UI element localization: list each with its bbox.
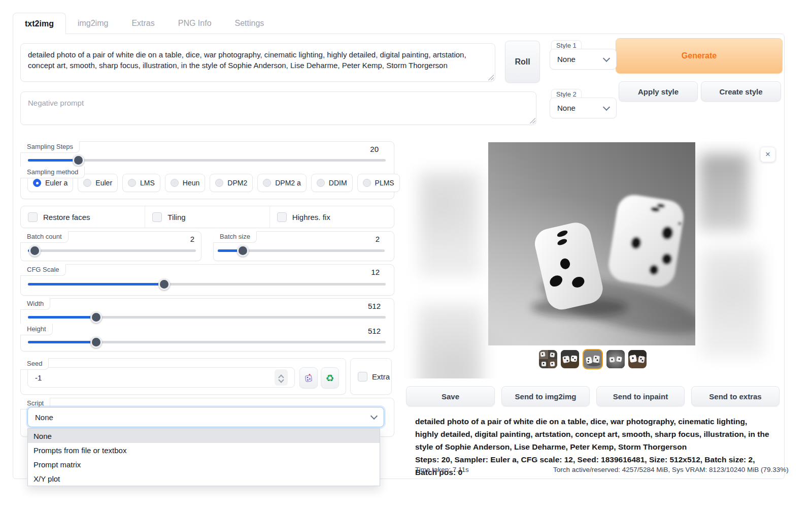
seed-stepper[interactable]	[275, 369, 288, 386]
generate-button[interactable]: Generate	[616, 38, 783, 74]
seed-input[interactable]	[27, 367, 295, 388]
radio-dpm2-a[interactable]: DPM2 a	[257, 174, 307, 192]
slider-track[interactable]	[28, 283, 386, 285]
restore-faces-checkbox[interactable]: Restore faces	[21, 206, 145, 228]
sampling-steps-label: Sampling Steps	[20, 141, 80, 153]
create-style-button[interactable]: Create style	[701, 81, 781, 102]
checkbox-icon	[358, 372, 367, 382]
tab-extras[interactable]: Extras	[120, 13, 166, 34]
slider-track[interactable]	[28, 316, 386, 319]
batch-size-value: 2	[376, 235, 380, 243]
extra-checkbox[interactable]: Extra	[351, 359, 391, 394]
tab-settings[interactable]: Settings	[223, 13, 276, 34]
blurred-gallery-backdrop	[419, 172, 481, 276]
height-value: 512	[368, 327, 381, 335]
slider-thumb[interactable]	[90, 336, 102, 348]
radio-dot	[317, 179, 325, 187]
blurred-gallery-backdrop	[699, 154, 749, 231]
radio-ddim[interactable]: DDIM	[311, 174, 353, 192]
slider-fill	[28, 316, 96, 319]
tab-img2img[interactable]: img2img	[66, 13, 120, 34]
radio-heun[interactable]: Heun	[165, 174, 205, 192]
radio-dot	[215, 179, 223, 187]
radio-dot	[128, 179, 136, 187]
tab-png-info[interactable]: PNG Info	[166, 13, 223, 34]
send-to-inpaint-button[interactable]: Send to inpaint	[596, 386, 685, 406]
width-slider[interactable]	[28, 311, 386, 323]
gallery-thumbnails	[539, 349, 647, 369]
toggles-panel: Restore faces Tiling Highres. fix	[20, 206, 394, 228]
chevron-down-icon	[603, 103, 610, 110]
height-label: Height	[20, 324, 53, 335]
prompt-input[interactable]: detailed photo of a pair of white die on…	[20, 43, 495, 82]
batch-size-panel: Batch size 2	[213, 231, 394, 261]
script-option-xy-plot[interactable]: X/Y plot	[28, 471, 380, 486]
negative-prompt-input[interactable]	[20, 91, 536, 125]
gallery-thumbnail-4[interactable]	[606, 350, 625, 368]
close-icon: ×	[765, 149, 770, 160]
sampling-steps-slider[interactable]	[28, 154, 386, 166]
script-option-none[interactable]: None	[28, 429, 380, 443]
batch-size-slider[interactable]	[218, 245, 385, 256]
slider-track[interactable]	[28, 249, 196, 252]
send-to-extras-button[interactable]: Send to extras	[691, 386, 780, 406]
time-taken-text: Time taken: 7.11s	[415, 466, 469, 473]
radio-dot	[263, 179, 271, 187]
radio-dot	[363, 179, 371, 187]
script-select[interactable]: None	[27, 407, 384, 427]
chevron-down-icon	[603, 54, 610, 61]
recycle-icon: ♻	[325, 373, 334, 383]
slider-thumb[interactable]	[90, 311, 102, 323]
tiling-checkbox[interactable]: Tiling	[145, 206, 269, 228]
gallery-thumbnail-5[interactable]	[628, 350, 647, 368]
reuse-seed-button[interactable]: ♻	[321, 367, 339, 389]
highres-fix-checkbox[interactable]: Highres. fix	[269, 206, 394, 228]
script-value: None	[35, 413, 53, 422]
send-to-img2img-button[interactable]: Send to img2img	[501, 386, 590, 406]
radio-lms[interactable]: LMS	[122, 174, 160, 192]
slider-fill	[28, 159, 78, 162]
slider-thumb[interactable]	[237, 245, 249, 257]
tab-txt2img[interactable]: txt2img	[13, 13, 66, 34]
dimensions-panel: Width 512 Height 512	[20, 298, 394, 352]
style1-select[interactable]: None	[550, 49, 617, 70]
height-slider[interactable]	[28, 336, 386, 347]
radio-plms[interactable]: PLMS	[357, 174, 400, 192]
radio-dot	[83, 179, 91, 187]
script-option-prompts-from-file[interactable]: Prompts from file or textbox	[28, 443, 380, 457]
cfg-scale-panel: CFG Scale 12	[20, 264, 394, 296]
script-option-prompt-matrix[interactable]: Prompt matrix	[28, 457, 380, 471]
gallery-thumbnail-1[interactable]	[539, 350, 557, 368]
slider-thumb[interactable]	[29, 245, 41, 257]
tab-bar: txt2img img2img Extras PNG Info Settings	[13, 13, 276, 34]
blurred-gallery-backdrop	[418, 304, 483, 378]
radio-dot	[171, 179, 179, 187]
result-gallery: ×	[403, 141, 782, 378]
txt2img-app: txt2img img2img Extras PNG Info Settings…	[0, 0, 812, 508]
sampling-panel: Sampling Steps 20 Sampling method Euler …	[20, 141, 394, 199]
width-value: 512	[368, 302, 381, 310]
checkbox-icon	[28, 212, 38, 222]
radio-dpm2[interactable]: DPM2	[210, 174, 253, 192]
generated-image[interactable]	[488, 142, 695, 345]
close-image-button[interactable]: ×	[760, 147, 775, 162]
slider-track[interactable]	[28, 341, 386, 343]
sampling-method-label: Sampling method	[20, 167, 85, 178]
gallery-thumbnail-2[interactable]	[561, 350, 579, 368]
slider-thumb[interactable]	[73, 154, 84, 166]
cfg-scale-slider[interactable]	[28, 278, 386, 290]
batch-count-panel: Batch count 2	[20, 231, 201, 261]
style2-select[interactable]: None	[550, 98, 617, 118]
batch-count-slider[interactable]	[28, 245, 196, 256]
apply-style-button[interactable]: Apply style	[619, 81, 698, 102]
gallery-thumbnail-3-selected[interactable]	[583, 349, 603, 369]
batch-count-value: 2	[190, 235, 194, 243]
roll-button[interactable]: Roll	[505, 41, 540, 83]
save-button[interactable]: Save	[406, 386, 495, 406]
blurred-gallery-backdrop	[700, 248, 764, 357]
slider-thumb[interactable]	[158, 278, 170, 290]
random-seed-button[interactable]	[299, 367, 318, 389]
radio-dot-selected	[33, 179, 41, 187]
output-prompt-text: detailed photo of a pair of white die on…	[415, 417, 769, 451]
seed-panel: Seed ♻	[20, 358, 346, 395]
